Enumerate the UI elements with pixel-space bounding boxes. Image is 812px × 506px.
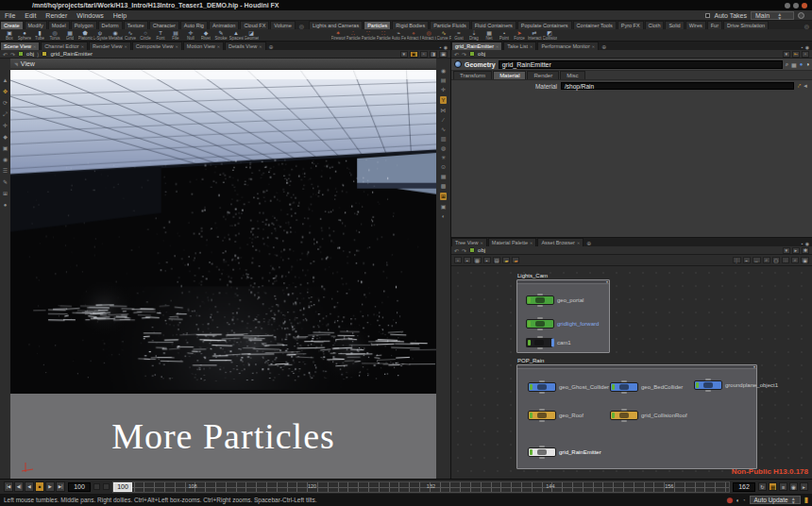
minimize-box-icon[interactable]: ▾ bbox=[606, 279, 608, 284]
nav-back-icon[interactable]: ↶ bbox=[454, 247, 459, 254]
breadcrumb-root[interactable]: obj bbox=[478, 247, 485, 253]
parameter-tab[interactable]: Material bbox=[493, 71, 526, 79]
shelf-tool[interactable]: ∿ Curve bbox=[123, 29, 138, 42]
pathbar-tool-icon[interactable]: ▫ bbox=[802, 51, 809, 58]
pathbar-tool-icon[interactable]: ▾ bbox=[783, 51, 790, 58]
shelf-tab[interactable]: Modify bbox=[25, 21, 47, 29]
shelf-tab[interactable]: Fur bbox=[707, 21, 722, 29]
display-flag[interactable] bbox=[530, 384, 533, 390]
pathbar-tool-icon[interactable]: ▾ bbox=[400, 51, 408, 58]
shelf-tool[interactable]: ● Sphere bbox=[17, 29, 32, 42]
network-tool-icon[interactable]: ▰ bbox=[512, 257, 519, 263]
pane-float-icon[interactable]: ◉ bbox=[805, 44, 809, 50]
close-tab-icon[interactable]: ✕ bbox=[592, 44, 595, 49]
shelf-gear-icon[interactable]: ◎ bbox=[802, 23, 812, 29]
pane-float-icon[interactable]: ◉ bbox=[805, 241, 809, 246]
pathbar-tool-icon[interactable]: ▣ bbox=[439, 51, 448, 58]
spinner-icon[interactable]: ▲▼ bbox=[791, 497, 796, 504]
display-option-icon[interactable]: ◍ bbox=[441, 145, 446, 151]
shelf-tool[interactable]: ∷ Particles fr... bbox=[376, 29, 391, 42]
shelf-tool[interactable]: ≈ Gust bbox=[451, 29, 466, 42]
shelf-tool[interactable]: ∴ Particles fr... bbox=[346, 29, 361, 42]
shelf-tool[interactable]: ▤ File bbox=[168, 29, 183, 42]
timeline-ruler[interactable]: 100 108120132144156 bbox=[112, 481, 730, 493]
network-tool-icon[interactable]: ◌ bbox=[782, 257, 789, 263]
display-option-icon[interactable]: Y bbox=[440, 96, 446, 104]
shelf-gear-icon[interactable]: ◎ bbox=[296, 23, 307, 29]
network-tool-icon[interactable]: ⌁ bbox=[743, 257, 751, 263]
viewport-tool-icon[interactable]: ◆ bbox=[3, 134, 8, 140]
pane-tab[interactable]: Motion View ✕ bbox=[183, 42, 224, 50]
shelf-tab[interactable]: Deform bbox=[98, 21, 123, 29]
maximize-button[interactable] bbox=[793, 3, 799, 8]
pane-tab[interactable]: grid_RainEmitter ✕ bbox=[451, 42, 502, 50]
pane-tab[interactable]: Details View ✕ bbox=[225, 42, 266, 50]
transport-button[interactable]: ▶ bbox=[45, 481, 55, 492]
viewport-tool-icon[interactable]: ▲ bbox=[3, 77, 8, 83]
param-header-icon[interactable]: ◑ bbox=[805, 61, 809, 67]
shelf-tool[interactable]: ◪ Geometry bbox=[244, 29, 259, 42]
network-tool-icon[interactable]: ▣ bbox=[801, 257, 809, 263]
shelf-tool[interactable]: ▮ Tube bbox=[32, 29, 47, 42]
close-button[interactable] bbox=[802, 3, 807, 8]
display-option-icon[interactable]: ▤ bbox=[441, 77, 447, 83]
viewport-tool-icon[interactable]: ▣ bbox=[3, 145, 8, 151]
breadcrumb-root[interactable]: obj bbox=[26, 51, 34, 57]
display-flag[interactable] bbox=[528, 321, 531, 327]
nav-back-icon[interactable]: ↶ bbox=[454, 51, 459, 58]
takes-menu-icon[interactable] bbox=[798, 12, 804, 19]
nav-forward-icon[interactable]: ↷ bbox=[10, 51, 15, 58]
menu-item[interactable]: Help bbox=[109, 12, 131, 19]
viewport-tool-icon[interactable]: ⟳ bbox=[3, 100, 8, 106]
shelf-tab[interactable]: Cloth bbox=[645, 21, 665, 29]
node-name-field[interactable]: grid_RainEmitter bbox=[499, 60, 783, 69]
status-icon[interactable]: ◔ bbox=[742, 498, 746, 503]
close-tab-icon[interactable]: ✕ bbox=[496, 44, 499, 49]
display-option-icon[interactable]: ▣ bbox=[441, 204, 447, 210]
display-flag[interactable] bbox=[612, 413, 615, 418]
display-flag[interactable] bbox=[530, 413, 533, 418]
shelf-tab[interactable]: Wires bbox=[685, 21, 706, 29]
network-box-lights-cam[interactable]: Lights_Cam ▾ geo_portal gridlight_forwar… bbox=[516, 279, 610, 353]
network-tool-icon[interactable]: ▪ bbox=[483, 257, 491, 263]
network-node[interactable]: grid_CollisionRoof bbox=[610, 411, 687, 420]
playbar-tool-icon[interactable]: ▦ bbox=[769, 482, 777, 491]
playbar-tool-icon[interactable]: ↻ bbox=[758, 482, 767, 491]
display-option-icon[interactable]: ∿ bbox=[441, 126, 446, 132]
shelf-tab[interactable]: Cloud FX bbox=[240, 21, 269, 29]
network-box-header[interactable]: ▾ bbox=[517, 365, 756, 369]
pane-tab[interactable]: Render View ✕ bbox=[89, 42, 131, 50]
shelf-tool[interactable]: ⇣ Drag bbox=[466, 29, 482, 42]
menu-item[interactable]: Windows bbox=[72, 12, 108, 19]
network-node[interactable]: grid_RainEmitter bbox=[528, 447, 601, 457]
shelf-tab[interactable]: Particles bbox=[364, 21, 391, 29]
material-path-field[interactable]: /shop/Rain bbox=[561, 82, 794, 90]
field-action-icon[interactable]: ◄ bbox=[803, 83, 808, 90]
pane-tab[interactable]: Material Palette ✕ bbox=[488, 238, 537, 246]
close-tab-icon[interactable]: ✕ bbox=[175, 44, 178, 49]
network-tool-icon[interactable]: ▰ bbox=[502, 257, 510, 263]
viewport-tool-icon[interactable]: ✥ bbox=[3, 89, 8, 94]
display-option-icon[interactable]: ⊞ bbox=[440, 193, 447, 200]
shelf-tool[interactable]: ∵ Particles fr... bbox=[361, 29, 376, 42]
shelf-tool[interactable]: ▦ Grid bbox=[62, 29, 77, 42]
param-header-icon[interactable]: ▦ bbox=[791, 61, 797, 68]
status-icon[interactable]: ⬤ bbox=[727, 498, 734, 503]
shelf-tab[interactable]: Auto Rig bbox=[180, 21, 208, 29]
new-tab-icon[interactable]: ⊕ bbox=[267, 43, 276, 50]
spinner-icon[interactable]: ▲▼ bbox=[777, 12, 782, 20]
take-select[interactable]: Main ▲▼ bbox=[751, 11, 794, 20]
display-option-icon[interactable]: ✳ bbox=[441, 155, 446, 160]
display-flag[interactable] bbox=[530, 449, 533, 455]
close-tab-icon[interactable]: ✕ bbox=[259, 44, 262, 49]
pathbar-tool-icon[interactable]: ✱ bbox=[802, 247, 809, 254]
display-option-icon[interactable]: ◐ bbox=[442, 213, 446, 219]
nav-forward-icon[interactable]: ↷ bbox=[462, 51, 466, 58]
pane-tab[interactable]: Performance Monitor ✕ bbox=[537, 42, 599, 50]
viewport-tool-icon[interactable]: ◉ bbox=[3, 157, 8, 162]
transport-button[interactable]: |◀ bbox=[4, 481, 13, 492]
nav-back-icon[interactable]: ↶ bbox=[3, 51, 8, 58]
network-node[interactable]: groundplane_object1 bbox=[694, 380, 778, 390]
shelf-tool[interactable]: ▲ Spaceshi... bbox=[228, 29, 244, 42]
display-flag[interactable] bbox=[612, 384, 615, 390]
